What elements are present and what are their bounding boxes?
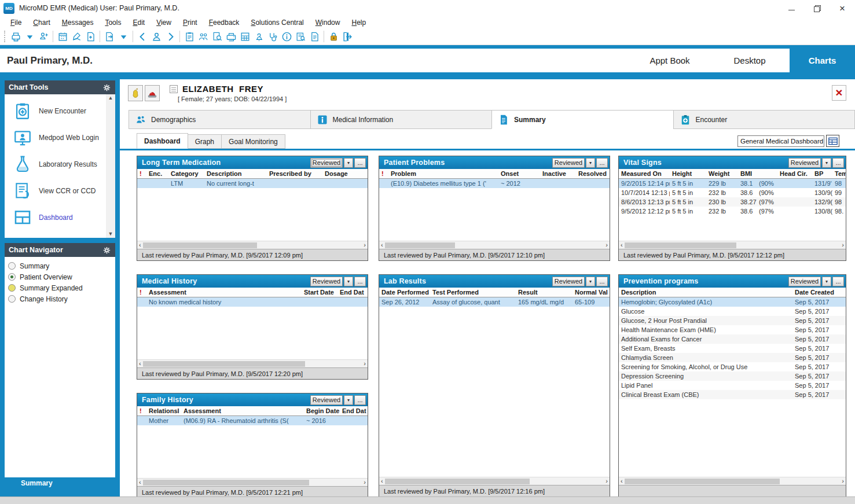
horizontal-scrollbar[interactable]: ‹›	[137, 241, 368, 249]
next-patient-icon[interactable]	[163, 30, 177, 43]
dashboard-selector-input[interactable]: General Medical Dashboard	[737, 135, 824, 147]
table-row[interactable]: Self Exam, BreastsSep 5, 2017	[619, 344, 846, 353]
column-header[interactable]: !	[137, 407, 146, 414]
gear-icon[interactable]	[102, 83, 111, 92]
more-options-button[interactable]: ...	[596, 277, 608, 286]
menu-item[interactable]: Chart	[27, 17, 56, 28]
document-dropdown-icon[interactable]	[116, 30, 130, 43]
horizontal-scrollbar[interactable]: ‹›	[137, 359, 368, 367]
reviewed-dropdown-icon[interactable]: ▾	[344, 395, 353, 405]
sidebar-summary-tab[interactable]: Summary	[5, 477, 115, 489]
column-header[interactable]: End Dat	[337, 289, 365, 296]
information-icon[interactable]	[280, 30, 293, 43]
column-header[interactable]: Date Performed	[379, 289, 430, 296]
exit-icon[interactable]	[340, 30, 354, 43]
tab-appt-book[interactable]: Appt Book	[630, 49, 710, 72]
subtab-dashboard[interactable]: Dashboard	[137, 133, 188, 149]
radio-summary-expanded[interactable]: Summary Expanded	[8, 282, 115, 293]
subtab-goal-monitoring[interactable]: Goal Monitoring	[222, 134, 285, 149]
column-header[interactable]: Measured On	[619, 170, 670, 177]
encounter-clipboard-icon[interactable]	[182, 30, 196, 43]
menu-item[interactable]: Print	[177, 17, 203, 28]
tab-charts[interactable]: Charts	[790, 49, 855, 72]
bell-question-icon[interactable]	[252, 30, 266, 43]
toolbar-drag-handle[interactable]	[4, 31, 6, 42]
column-header[interactable]: Onset	[498, 170, 540, 177]
scroll-down-icon[interactable]: ▼	[108, 231, 113, 237]
calendar-icon[interactable]	[56, 30, 69, 43]
horizontal-scrollbar[interactable]: ‹›	[619, 241, 846, 249]
table-row[interactable]: Sep 26, 2012Assay of glucose, quant165 m…	[379, 297, 610, 307]
menu-item[interactable]: Help	[346, 17, 372, 28]
sidebar-item-laboratory-results[interactable]: Laboratory Results	[5, 151, 106, 178]
column-header[interactable]: Weight	[706, 170, 738, 177]
reviewed-button[interactable]: Reviewed	[310, 158, 343, 168]
user-plug-icon[interactable]	[36, 30, 50, 43]
print-icon[interactable]	[9, 30, 23, 43]
menu-item[interactable]: Feedback	[203, 17, 245, 28]
more-options-button[interactable]: ...	[354, 395, 366, 405]
column-header[interactable]: Description	[619, 289, 792, 296]
table-row[interactable]: 9/2/2015 12:14 pr5 ft 5 in229 lb38.1(90%…	[619, 179, 846, 188]
column-header[interactable]: Dosage	[322, 170, 357, 177]
reviewed-button[interactable]: Reviewed	[310, 395, 343, 405]
patient-icon[interactable]	[149, 30, 163, 43]
table-row[interactable]: Chlamydia ScreenSep 5, 2017	[619, 353, 846, 362]
fax-icon[interactable]	[224, 30, 238, 43]
table-row[interactable]: Clinical Breast Exam (CBE)Sep 5, 2017	[619, 390, 846, 399]
reviewed-button[interactable]: Reviewed	[552, 158, 585, 168]
reviewed-dropdown-icon[interactable]: ▾	[586, 158, 595, 168]
column-header[interactable]: End Dat	[340, 407, 366, 414]
table-row[interactable]: Glucose, 2 Hour Post PrandialSep 5, 2017	[619, 316, 846, 325]
column-header[interactable]: Height	[670, 170, 706, 177]
patient-alert-button[interactable]	[145, 85, 160, 101]
menu-item[interactable]: Tools	[99, 17, 127, 28]
menu-item[interactable]: Edit	[127, 17, 151, 28]
tab-demographics[interactable]: Demographics	[129, 110, 310, 129]
billing-grid-icon[interactable]	[238, 30, 252, 43]
menu-item[interactable]: Solutions Central	[245, 17, 309, 28]
reviewed-button[interactable]: Reviewed	[788, 158, 821, 168]
close-button[interactable]: ×	[830, 0, 855, 16]
column-header[interactable]: Start Date	[302, 289, 337, 296]
menu-item[interactable]: View	[151, 17, 177, 28]
record-search-icon[interactable]	[210, 30, 224, 43]
menu-item[interactable]: Messages	[56, 17, 100, 28]
table-row[interactable]: Lipid PanelSep 5, 2017	[619, 381, 846, 390]
menu-item[interactable]: Window	[310, 17, 346, 28]
more-options-button[interactable]: ...	[832, 158, 844, 168]
column-header[interactable]: Category	[168, 170, 204, 177]
column-header[interactable]: Head Cir.	[777, 170, 812, 177]
more-options-button[interactable]: ...	[354, 277, 366, 286]
column-header[interactable]: Tem	[832, 170, 846, 177]
reviewed-button[interactable]: Reviewed	[788, 277, 821, 286]
table-row[interactable]: 10/7/2014 12:13 p5 ft 5 in232 lb38.6(90%…	[619, 188, 846, 197]
radio-change-history[interactable]: Change History	[8, 293, 115, 304]
column-header[interactable]: Normal Val	[573, 289, 608, 296]
signature-icon[interactable]	[69, 30, 83, 43]
horizontal-scrollbar[interactable]: ‹›	[379, 241, 610, 249]
tab-encounter[interactable]: Encounter	[673, 110, 855, 129]
table-row[interactable]: Additional Exams for CancerSep 5, 2017	[619, 334, 846, 344]
table-row[interactable]: 9/5/2012 12:12 pr5 ft 5 in232 lb38.6(97%…	[619, 207, 846, 216]
horizontal-scrollbar[interactable]: ‹›	[137, 478, 368, 486]
column-header[interactable]: Prescribed by	[267, 170, 322, 177]
table-row[interactable]: (E10.9) Diabetes mellitus type 1 ('~ 201…	[379, 179, 610, 188]
reviewed-dropdown-icon[interactable]: ▾	[586, 277, 595, 286]
notes-document-icon[interactable]	[307, 30, 321, 43]
previous-patient-icon[interactable]	[135, 30, 149, 43]
reviewed-button[interactable]: Reviewed	[310, 277, 343, 286]
menu-item[interactable]: File	[5, 17, 27, 28]
column-header[interactable]: Resolved	[576, 170, 608, 177]
table-row[interactable]: 8/6/2013 12:13 pr5 ft 5 in230 lb38.27(97…	[619, 197, 846, 207]
column-header[interactable]: Problem	[388, 170, 498, 177]
scroll-up-icon[interactable]: ▲	[108, 95, 113, 101]
more-options-button[interactable]: ...	[832, 277, 844, 286]
document-export-icon[interactable]	[102, 30, 116, 43]
table-row[interactable]: Hemoglobin; Glycosylated (A1c)Sep 5, 201…	[619, 297, 846, 307]
column-header[interactable]: Begin Date	[304, 407, 340, 414]
table-row[interactable]: Screening for Smoking, Alcohol, or Drug …	[619, 362, 846, 371]
tab-summary[interactable]: Summary	[491, 110, 673, 129]
column-header[interactable]: Assessment	[146, 289, 302, 296]
column-header[interactable]: !	[379, 170, 388, 177]
